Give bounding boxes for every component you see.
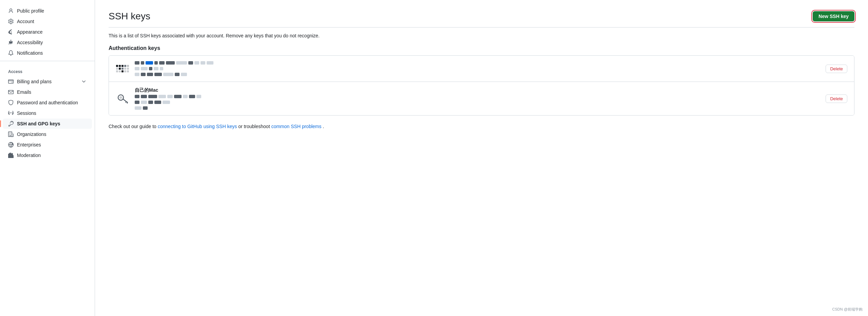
delete-key-1-button[interactable]: Delete: [826, 65, 847, 73]
person-icon: [8, 8, 14, 14]
blur-block: [143, 106, 148, 110]
ssh-problems-link[interactable]: common SSH problems: [271, 124, 321, 129]
blur-block: [196, 95, 201, 98]
svg-line-2: [123, 99, 128, 103]
blur-block: [207, 61, 213, 65]
sidebar-item-label: Appearance: [17, 29, 43, 35]
sidebar-item-organizations[interactable]: Organizations: [3, 129, 92, 139]
sidebar-item-label: Emails: [17, 89, 31, 95]
blur-block: [154, 61, 158, 65]
sidebar-item-notifications[interactable]: Notifications: [3, 48, 92, 58]
sidebar-item-emails[interactable]: Emails: [3, 87, 92, 97]
delete-key-2-button[interactable]: Delete: [826, 94, 847, 103]
key-thumb-1: [116, 62, 129, 75]
blur-block: [159, 61, 165, 65]
sidebar-item-label: Account: [17, 19, 34, 24]
sidebar-item-label: Accessibility: [17, 40, 43, 45]
blur-block: [166, 61, 175, 65]
bell-icon: [8, 50, 14, 56]
blur-block: [189, 95, 195, 98]
blur-block: [141, 101, 147, 104]
sidebar-divider: [0, 61, 95, 61]
key-thumb-2: [116, 92, 129, 105]
svg-point-1: [119, 96, 122, 99]
billing-label: Billing and plans: [17, 79, 52, 84]
blur-block: [135, 101, 139, 104]
header-divider: [109, 27, 854, 28]
blur-block: [175, 73, 180, 76]
new-ssh-key-button[interactable]: New SSH key: [813, 11, 854, 21]
watermark: CSDN @前端学购: [832, 307, 863, 312]
sidebar-item-label: Password and authentication: [17, 100, 78, 105]
blur-block: [181, 73, 187, 76]
blur-block: [160, 67, 163, 70]
blur-block: [154, 67, 158, 70]
sidebar-item-label: Public profile: [17, 8, 44, 14]
blur-block: [149, 67, 152, 70]
auth-keys-label: Authentication keys: [109, 45, 854, 51]
blur-block: [163, 101, 170, 104]
sidebar-item-accessibility[interactable]: Accessibility: [3, 37, 92, 48]
key-fingerprint-1: [135, 61, 213, 76]
blur-block: [167, 95, 173, 98]
footer-text: Check out our guide to connecting to Git…: [109, 124, 854, 129]
sidebar-item-label: Enterprises: [17, 142, 41, 147]
key-info-1: [135, 61, 213, 76]
key-fingerprint-2: [135, 95, 201, 110]
blur-block: [154, 101, 161, 104]
blur-block: [135, 106, 141, 110]
sidebar-item-public-profile[interactable]: Public profile: [3, 6, 92, 16]
globe-icon: [8, 142, 14, 147]
blur-block: [201, 61, 205, 65]
sidebar-item-label: Sessions: [17, 110, 36, 116]
sidebar-item-account[interactable]: Account: [3, 16, 92, 27]
blur-block: [174, 95, 182, 98]
broadcast-icon: [8, 110, 14, 116]
blur-block: [148, 101, 153, 104]
sidebar-item-appearance[interactable]: Appearance: [3, 27, 92, 37]
sidebar-item-enterprises[interactable]: Enterprises: [3, 140, 92, 150]
sidebar-item-label: Notifications: [17, 50, 43, 56]
key-icon: [8, 121, 14, 126]
main-content: SSH keys New SSH key This is a list of S…: [95, 0, 868, 316]
blur-block: [148, 95, 157, 98]
sidebar: Public profile Account Appearance Access…: [0, 0, 95, 316]
sidebar-item-label: SSH and GPG keys: [17, 121, 60, 126]
shield-check-icon: [8, 153, 14, 158]
blur-block: [183, 95, 188, 98]
page-title: SSH keys: [109, 11, 150, 22]
chevron-down-icon: [81, 79, 87, 84]
blur-block: [158, 95, 166, 98]
blur-block: [135, 67, 139, 70]
blur-block: [188, 61, 193, 65]
blur-block: [154, 73, 162, 76]
paintbrush-icon: [8, 29, 14, 35]
blur-block: [141, 61, 144, 65]
blur-block: [176, 61, 187, 65]
access-section-label: Access: [0, 64, 95, 76]
description: This is a list of SSH keys associated wi…: [109, 33, 854, 38]
mail-icon: [8, 89, 14, 95]
gear-icon: [8, 19, 14, 24]
sidebar-item-label: Moderation: [17, 153, 41, 158]
sidebar-item-billing[interactable]: Billing and plans: [3, 76, 92, 87]
blur-block: [141, 95, 147, 98]
keys-container: Delete 自己的Mac: [109, 55, 854, 116]
credit-card-icon: [8, 79, 14, 84]
blur-block: [135, 95, 139, 98]
sidebar-item-password[interactable]: Password and authentication: [3, 98, 92, 108]
building-icon: [8, 131, 14, 137]
blur-block: [146, 61, 153, 65]
blur-block: [194, 61, 199, 65]
blur-block: [163, 73, 173, 76]
blur-block: [141, 73, 146, 76]
table-row: Delete: [109, 56, 854, 82]
ssh-keys-link[interactable]: connecting to GitHub using SSH keys: [158, 124, 237, 129]
blur-block: [141, 67, 148, 70]
sidebar-item-moderation[interactable]: Moderation: [3, 150, 92, 160]
table-row: 自己的Mac: [109, 82, 854, 115]
blur-block: [135, 73, 139, 76]
sidebar-item-sessions[interactable]: Sessions: [3, 108, 92, 118]
key-info-2: 自己的Mac: [135, 87, 201, 110]
sidebar-item-ssh-gpg[interactable]: SSH and GPG keys: [3, 119, 92, 129]
